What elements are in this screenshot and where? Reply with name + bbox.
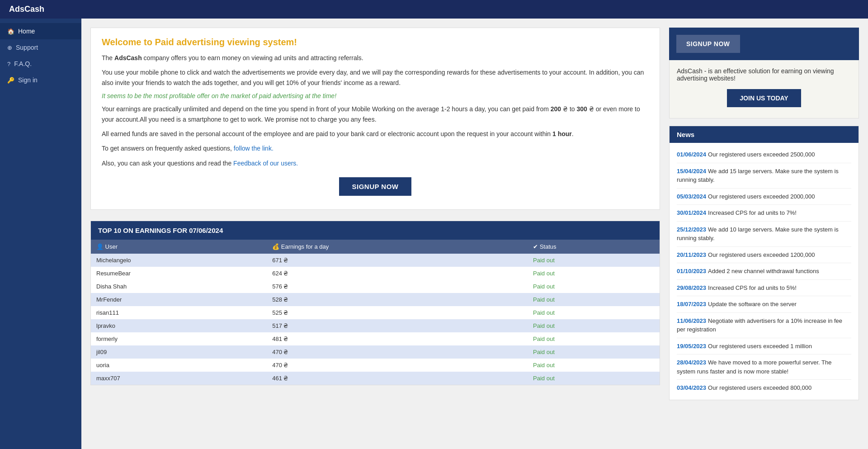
highlight-text: It seems to be the most profitable offer… <box>102 92 649 99</box>
news-item: 30/01/2024Increased CPS for ad units to … <box>677 205 851 222</box>
follow-link[interactable]: follow the link. <box>234 145 274 152</box>
news-date: 25/12/2023 <box>677 226 706 233</box>
news-text: Our registered users exceeded 2500,000 <box>708 151 815 158</box>
cell-user: lpravko <box>91 319 267 332</box>
news-box: News 01/06/2024Our registered users exce… <box>669 126 859 400</box>
join-today-button[interactable]: JOIN US TODAY <box>727 89 801 107</box>
col-user: 👤 User <box>91 240 267 254</box>
cell-status: Paid out <box>528 332 660 345</box>
cell-earnings: 528 ₴ <box>267 293 528 306</box>
news-item: 25/12/2023We add 10 large servers. Make … <box>677 222 851 247</box>
cell-earnings: 470 ₴ <box>267 345 528 359</box>
welcome-title-highlight: Paid advertising viewing system! <box>155 37 297 47</box>
sidebar-item-home-label: Home <box>18 28 35 35</box>
cell-earnings: 517 ₴ <box>267 319 528 332</box>
news-text: Increased CPS for ad units to 5%! <box>708 284 797 291</box>
faq-icon: ? <box>7 61 10 67</box>
news-item: 01/10/2023Added 2 new channel withdrawal… <box>677 263 851 280</box>
cell-earnings: 470 ₴ <box>267 359 528 372</box>
welcome-box: Welcome to Paid advertising viewing syst… <box>90 28 660 210</box>
news-text: Our registered users exceeded 2000,000 <box>708 193 815 200</box>
cell-status: Paid out <box>528 345 660 359</box>
news-item: 19/05/2023Our registered users exceeded … <box>677 338 851 355</box>
signin-icon: 🔑 <box>7 77 14 84</box>
news-text: Update the software on the server <box>708 301 797 307</box>
news-date: 19/05/2023 <box>677 343 706 350</box>
news-date: 29/08/2023 <box>677 284 706 291</box>
news-item: 28/04/2023We have moved to a more powerf… <box>677 354 851 380</box>
signup-button-main[interactable]: SIGNUP NOW <box>339 177 411 196</box>
cell-status: Paid out <box>528 267 660 280</box>
support-icon: ⊕ <box>7 44 12 51</box>
cell-status: Paid out <box>528 372 660 385</box>
sidebar-item-signin-label: Sign in <box>18 76 38 84</box>
cell-earnings: 576 ₴ <box>267 280 528 293</box>
cell-status: Paid out <box>528 254 660 267</box>
welcome-links: To get answers on frequently asked quest… <box>102 143 649 153</box>
table-row: maxx707 461 ₴ Paid out <box>91 372 660 385</box>
news-date: 01/06/2024 <box>677 151 706 158</box>
news-item: 20/11/2023Our registered users exceeded … <box>677 247 851 264</box>
app-title: AdsCash <box>0 0 868 19</box>
col-status: ✔ Status <box>528 240 660 254</box>
cell-earnings: 481 ₴ <box>267 332 528 345</box>
news-text: Our registered users exceeded 1 million <box>708 343 812 350</box>
cell-user: ResumeBear <box>91 267 267 280</box>
signup-now-button[interactable]: SIGNUP NOW <box>676 35 740 53</box>
news-text: Our registered users exceeded 800,000 <box>708 384 811 391</box>
col-earnings: 💰 Earnings for a day <box>267 240 528 254</box>
sidebar-item-faq-label: F.A.Q. <box>14 60 32 67</box>
cell-user: jil09 <box>91 345 267 359</box>
table-row: Michelangelo 671 ₴ Paid out <box>91 254 660 267</box>
news-item: 05/03/2024Our registered users exceeded … <box>677 189 851 205</box>
sidebar-item-signin[interactable]: 🔑 Sign in <box>0 72 81 88</box>
welcome-title-plain: Welcome to <box>102 37 155 47</box>
table-row: lpravko 517 ₴ Paid out <box>91 319 660 332</box>
table-header-row: 👤 User 💰 Earnings for a day ✔ Status <box>91 240 660 254</box>
news-item: 03/04/2023Our registered users exceeded … <box>677 380 851 396</box>
news-date: 11/06/2023 <box>677 317 706 324</box>
news-date: 05/03/2024 <box>677 193 706 200</box>
sidebar: 🏠 Home ⊕ Support ? F.A.Q. 🔑 Sign in <box>0 19 81 449</box>
news-item: 18/07/2023Update the software on the ser… <box>677 296 851 313</box>
table-row: jil09 470 ₴ Paid out <box>91 345 660 359</box>
welcome-para4: All earned funds are saved in the person… <box>102 129 649 139</box>
welcome-para2: You use your mobile phone to click and w… <box>102 67 649 88</box>
news-date: 20/11/2023 <box>677 251 706 258</box>
welcome-feedback: Also, you can ask your questions and rea… <box>102 158 649 168</box>
cell-status: Paid out <box>528 280 660 293</box>
sidebar-item-faq[interactable]: ? F.A.Q. <box>0 56 81 72</box>
news-header: News <box>670 126 859 143</box>
company-name: AdsCash <box>114 54 142 61</box>
signup-box-right: SIGNUP NOW <box>669 28 859 60</box>
cell-user: uoria <box>91 359 267 372</box>
news-text: Our registered users exceeded 1200,000 <box>708 251 815 258</box>
news-text: Added 2 new channel withdrawal functions <box>708 268 819 274</box>
news-item: 15/04/2024We add 15 large servers. Make … <box>677 163 851 189</box>
content-area: Welcome to Paid advertising viewing syst… <box>90 28 660 440</box>
table-row: ResumeBear 624 ₴ Paid out <box>91 267 660 280</box>
sidebar-item-home[interactable]: 🏠 Home <box>0 23 81 39</box>
table-row: risan111 525 ₴ Paid out <box>91 306 660 319</box>
cell-status: Paid out <box>528 306 660 319</box>
adscash-desc-text: AdsCash - is an effective solution for e… <box>677 67 851 82</box>
cell-user: Michelangelo <box>91 254 267 267</box>
news-item: 01/06/2024Our registered users exceeded … <box>677 147 851 163</box>
table-row: Disha Shah 576 ₴ Paid out <box>91 280 660 293</box>
signup-btn-center: SIGNUP NOW <box>102 177 649 196</box>
sidebar-item-support-label: Support <box>16 44 38 51</box>
news-date: 30/01/2024 <box>677 209 706 216</box>
news-date: 15/04/2024 <box>677 168 706 175</box>
cell-earnings: 525 ₴ <box>267 306 528 319</box>
top10-body: Michelangelo 671 ₴ Paid out ResumeBear 6… <box>91 254 660 385</box>
news-item: 29/08/2023Increased CPS for ad units to … <box>677 280 851 297</box>
adscash-desc-box: AdsCash - is an effective solution for e… <box>669 60 859 118</box>
cell-earnings: 461 ₴ <box>267 372 528 385</box>
feedback-link[interactable]: Feedback of our users. <box>233 160 298 167</box>
cell-user: Disha Shah <box>91 280 267 293</box>
cell-user: formerly <box>91 332 267 345</box>
news-item: 11/06/2023Negotiate with advertisers for… <box>677 313 851 338</box>
news-date: 28/04/2023 <box>677 359 706 366</box>
cell-earnings: 671 ₴ <box>267 254 528 267</box>
sidebar-item-support[interactable]: ⊕ Support <box>0 39 81 56</box>
